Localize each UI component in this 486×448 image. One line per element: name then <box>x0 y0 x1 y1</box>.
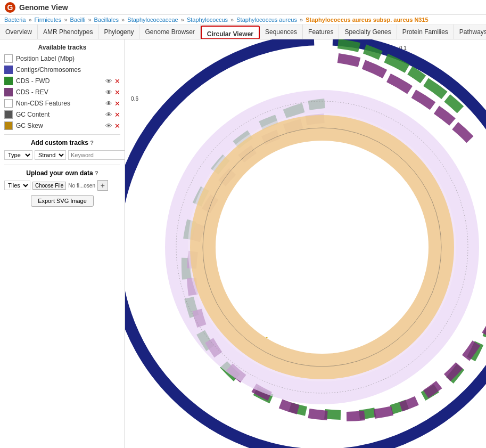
remove-icon-gc-content[interactable]: ✕ <box>114 111 120 119</box>
app-title: Genome View <box>19 3 68 12</box>
visibility-icon-gc-skew[interactable]: 👁 <box>105 122 112 130</box>
track-color-position <box>4 54 13 63</box>
breadcrumb-bacteria[interactable]: Bacteria <box>4 17 26 23</box>
remove-icon-non-cds[interactable]: ✕ <box>114 100 120 108</box>
circular-viewer: 0.0 0.1 0.2 0.3 0.5 0.7 0.6 <box>125 39 486 448</box>
breadcrumb-bacillales[interactable]: Bacillales <box>94 17 119 23</box>
choose-file-button[interactable]: Choose File <box>32 182 66 190</box>
track-icons-gc-skew: 👁 ✕ <box>105 122 120 130</box>
custom-tracks-form-row: Type CDS rRNA tRNA Strand + - + <box>4 150 120 160</box>
visibility-icon-cds-fwd[interactable]: 👁 <box>105 77 112 85</box>
track-label-gc-skew: GC Skew <box>16 122 105 129</box>
breadcrumb-bacilli[interactable]: Bacilli <box>70 17 86 23</box>
upload-help-icon[interactable]: ? <box>95 170 98 176</box>
custom-tracks-help-icon[interactable]: ? <box>90 140 94 146</box>
tab-features[interactable]: Features <box>303 25 339 39</box>
circular-viewer-container: 0.0 0.1 0.2 0.3 0.5 0.7 0.6 <box>125 39 486 448</box>
track-label-non-cds: Non-CDS Features <box>16 100 105 107</box>
tab-genome-browser[interactable]: Genome Browser <box>139 25 200 39</box>
track-label-cds-rev: CDS - REV <box>16 88 105 96</box>
track-gc-skew: GC Skew 👁 ✕ <box>4 121 120 130</box>
track-icons-cds-rev: 👁 ✕ <box>105 88 120 96</box>
track-color-cds-rev <box>4 88 13 96</box>
sidebar: Available tracks Position Label (Mbp) Co… <box>0 39 125 448</box>
track-contigs: Contigs/Chromosomes <box>4 66 120 74</box>
upload-title: Upload your own data ? <box>4 169 120 177</box>
svg-point-35 <box>217 142 427 353</box>
breadcrumb-firmicutes[interactable]: Firmicutes <box>35 17 62 23</box>
type-select[interactable]: Type CDS rRNA tRNA <box>4 150 32 160</box>
main-layout: Available tracks Position Label (Mbp) Co… <box>0 39 486 448</box>
circular-viewer-svg: 0.0 0.1 0.2 0.3 0.5 0.7 0.6 <box>125 39 486 448</box>
track-gc-content: GC Content 👁 ✕ <box>4 110 120 119</box>
upload-add-button[interactable]: + <box>97 180 108 191</box>
track-label-contigs: Contigs/Chromosomes <box>16 66 120 74</box>
track-color-cds-fwd <box>4 77 13 85</box>
divider-2 <box>4 165 120 165</box>
breadcrumb-staphylococcus-aureus[interactable]: Staphylococcus aureus <box>236 17 297 23</box>
visibility-icon-gc-content[interactable]: 👁 <box>105 111 112 119</box>
svg-text:0.6: 0.6 <box>131 96 138 102</box>
remove-icon-cds-rev[interactable]: ✕ <box>114 88 120 96</box>
visibility-icon-non-cds[interactable]: 👁 <box>105 100 112 108</box>
available-tracks-title: Available tracks <box>4 44 120 51</box>
app-logo: G <box>4 2 16 13</box>
tab-overview[interactable]: Overview <box>0 25 38 39</box>
breadcrumb-staphylococcaceae[interactable]: Staphylococcaceae <box>127 17 178 23</box>
tab-amr[interactable]: AMR Phenotypes <box>38 25 98 39</box>
track-color-contigs <box>4 66 13 74</box>
track-icons-gc-content: 👁 ✕ <box>105 111 120 119</box>
track-label-gc-content: GC Content <box>16 111 105 118</box>
svg-text:G: G <box>7 3 13 12</box>
visibility-icon-cds-rev[interactable]: 👁 <box>105 88 112 96</box>
upload-form-row: Tiles GFF BED Choose File No fi...osen + <box>4 180 120 191</box>
file-name-label: No fi...osen <box>68 183 95 189</box>
breadcrumb-staphylococcus[interactable]: Staphylococcus <box>187 17 228 23</box>
tab-pathways[interactable]: Pathways <box>454 25 486 39</box>
remove-icon-gc-skew[interactable]: ✕ <box>114 122 120 130</box>
custom-tracks-title: Add custom tracks ? <box>4 139 120 146</box>
tab-circular-viewer[interactable]: Circular Viewer <box>201 26 260 39</box>
track-color-gc-content <box>4 110 13 119</box>
nav-tabs: Overview AMR Phenotypes Phylogeny Genome… <box>0 25 486 39</box>
tab-phylogeny[interactable]: Phylogeny <box>98 25 139 39</box>
app-header: G Genome View <box>0 0 486 15</box>
track-label-position: Position Label (Mbp) <box>16 55 120 62</box>
track-cds-rev: CDS - REV 👁 ✕ <box>4 88 120 96</box>
track-icons-cds-fwd: 👁 ✕ <box>105 77 120 85</box>
track-label-cds-fwd: CDS - FWD <box>16 77 105 85</box>
remove-icon-cds-fwd[interactable]: ✕ <box>114 77 120 85</box>
export-svg-button[interactable]: Export SVG Image <box>31 195 94 207</box>
keyword-input[interactable] <box>68 150 125 160</box>
breadcrumb-current: Staphylococcus aureus subsp. aureus N315 <box>306 17 428 23</box>
strand-select[interactable]: Strand + - <box>35 150 66 160</box>
track-color-gc-skew <box>4 121 13 130</box>
divider-1 <box>4 134 120 135</box>
upload-type-select[interactable]: Tiles GFF BED <box>4 181 30 190</box>
track-color-non-cds <box>4 99 13 108</box>
breadcrumb: Bacteria » Firmicutes » Bacilli » Bacill… <box>0 15 486 25</box>
tab-protein-families[interactable]: Protein Families <box>397 25 454 39</box>
tab-specialty-genes[interactable]: Specialty Genes <box>339 25 397 39</box>
track-position-label: Position Label (Mbp) <box>4 54 120 63</box>
tab-sequences[interactable]: Sequences <box>260 25 303 39</box>
track-non-cds: Non-CDS Features 👁 ✕ <box>4 99 120 108</box>
track-icons-non-cds: 👁 ✕ <box>105 100 120 108</box>
track-cds-fwd: CDS - FWD 👁 ✕ <box>4 77 120 85</box>
